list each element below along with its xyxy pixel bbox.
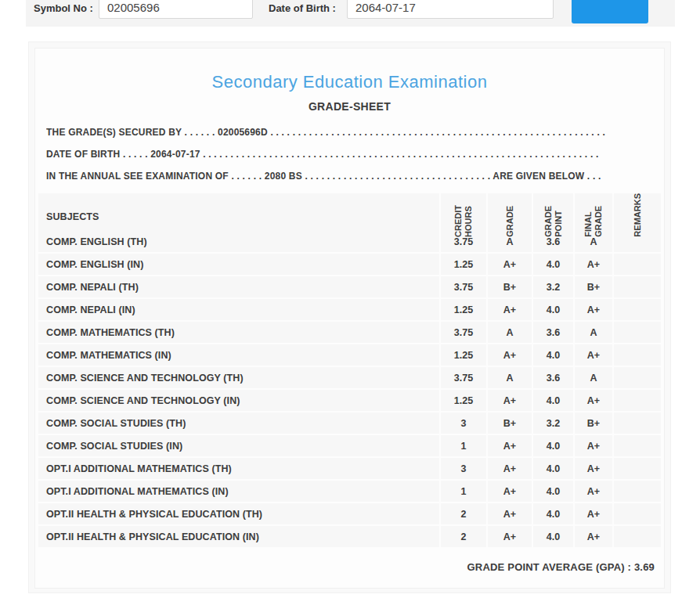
symbol-no-label: Symbol No : bbox=[34, 2, 93, 14]
table-row: COMP. SOCIAL STUDIES (TH) 3 B+ 3.2 B+ bbox=[38, 412, 661, 434]
grade-point-cell: 4.0 bbox=[533, 458, 573, 479]
subject-cell: COMP. ENGLISH (IN) bbox=[38, 254, 439, 275]
remarks-cell bbox=[614, 503, 661, 524]
table-body: COMP. ENGLISH (TH) 3.75 A 3.6 A COMP. EN… bbox=[38, 231, 661, 547]
table-row: COMP. ENGLISH (TH) 3.75 A 3.6 A bbox=[38, 231, 661, 252]
final-grade-cell: A+ bbox=[575, 254, 612, 275]
credit-hours-cell: 2 bbox=[441, 503, 486, 524]
candidate-info: THE GRADE(S) SECURED BY . . . . . . 0200… bbox=[46, 127, 664, 182]
grade-point-cell: 3.6 bbox=[533, 367, 573, 388]
credit-hours-cell: 2 bbox=[441, 526, 486, 547]
grade-cell: B+ bbox=[488, 276, 532, 297]
remarks-cell bbox=[614, 276, 661, 297]
subject-cell: COMP. NEPALI (TH) bbox=[38, 276, 439, 297]
credit-hours-cell: 1 bbox=[441, 481, 486, 502]
remarks-cell bbox=[614, 299, 661, 320]
subject-cell: COMP. SOCIAL STUDIES (IN) bbox=[38, 435, 439, 456]
grade-cell: A+ bbox=[488, 435, 532, 456]
grade-cell: A+ bbox=[488, 481, 532, 502]
grade-cell: A+ bbox=[488, 526, 532, 547]
grade-cell: A+ bbox=[488, 503, 532, 524]
grade-cell: A bbox=[488, 322, 532, 343]
table-row: OPT.I ADDITIONAL MATHEMATICS (TH) 3 A+ 4… bbox=[38, 458, 661, 479]
credit-hours-cell: 1.25 bbox=[441, 299, 486, 320]
subject-cell: COMP. SOCIAL STUDIES (TH) bbox=[38, 412, 439, 434]
grade-point-cell: 4.0 bbox=[533, 254, 573, 275]
grade-cell: A+ bbox=[488, 254, 532, 275]
subject-cell: OPT.II HEALTH & PHYSICAL EDUCATION (TH) bbox=[38, 503, 439, 524]
remarks-cell bbox=[614, 481, 661, 502]
grade-point-cell: 3.6 bbox=[533, 322, 573, 343]
final-grade-cell: A+ bbox=[575, 299, 612, 320]
grades-secured-by-line: THE GRADE(S) SECURED BY . . . . . . 0200… bbox=[46, 127, 607, 139]
credit-hours-cell: 1 bbox=[441, 435, 486, 456]
remarks-cell bbox=[614, 390, 661, 411]
table-row: COMP. SCIENCE AND TECHNOLOGY (TH) 3.75 A… bbox=[38, 367, 661, 388]
subject-cell: COMP. ENGLISH (TH) bbox=[38, 231, 439, 252]
final-grade-cell: B+ bbox=[575, 412, 612, 434]
table-row: COMP. ENGLISH (IN) 1.25 A+ 4.0 A+ bbox=[38, 254, 661, 275]
grade-cell: A+ bbox=[488, 390, 532, 411]
table-header-row: SUBJECTS CREDIT HOURS GRADE GRADE POINT … bbox=[38, 193, 661, 229]
subject-cell: COMP. NEPALI (IN) bbox=[38, 299, 439, 320]
remarks-cell bbox=[614, 526, 661, 547]
remarks-cell bbox=[614, 322, 661, 343]
remarks-cell bbox=[614, 435, 661, 456]
final-grade-cell: B+ bbox=[575, 276, 612, 297]
table-row: COMP. NEPALI (IN) 1.25 A+ 4.0 A+ bbox=[38, 299, 661, 320]
final-grade-cell: A+ bbox=[575, 458, 612, 479]
remarks-cell bbox=[614, 344, 661, 366]
page-title: Secondary Education Examination bbox=[35, 72, 664, 92]
grade-point-cell: 4.0 bbox=[533, 503, 573, 524]
grade-cell: A bbox=[488, 367, 532, 388]
table-row: COMP. NEPALI (TH) 3.75 B+ 3.2 B+ bbox=[38, 276, 661, 297]
grades-table: SUBJECTS CREDIT HOURS GRADE GRADE POINT … bbox=[38, 193, 661, 547]
final-grade-cell: A+ bbox=[575, 503, 612, 524]
subject-cell: OPT.I ADDITIONAL MATHEMATICS (IN) bbox=[38, 481, 439, 502]
table-row: OPT.I ADDITIONAL MATHEMATICS (IN) 1 A+ 4… bbox=[38, 481, 661, 502]
grade-sheet-card: Secondary Education Examination GRADE-SH… bbox=[34, 48, 665, 589]
examination-year-line: IN THE ANNUAL SEE EXAMINATION OF . . . .… bbox=[46, 171, 607, 182]
grade-point-cell: 4.0 bbox=[533, 435, 573, 456]
credit-hours-cell: 1.25 bbox=[441, 390, 486, 411]
final-grade-cell: A+ bbox=[575, 390, 612, 411]
result-panel: Secondary Education Examination GRADE-SH… bbox=[28, 41, 671, 593]
gpa-summary: GRADE POINT AVERAGE (GPA) : 3.69 bbox=[35, 561, 655, 573]
grade-point-cell: 3.2 bbox=[533, 276, 573, 297]
table-row: OPT.II HEALTH & PHYSICAL EDUCATION (TH) … bbox=[38, 503, 661, 524]
symbol-no-input[interactable] bbox=[99, 0, 253, 19]
table-row: COMP. SCIENCE AND TECHNOLOGY (IN) 1.25 A… bbox=[38, 390, 661, 411]
table-row: OPT.II HEALTH & PHYSICAL EDUCATION (IN) … bbox=[38, 526, 661, 547]
subject-cell: COMP. MATHEMATICS (IN) bbox=[38, 344, 439, 366]
subject-cell: COMP. SCIENCE AND TECHNOLOGY (TH) bbox=[38, 367, 439, 388]
grade-point-cell: 4.0 bbox=[533, 390, 573, 411]
table-row: COMP. MATHEMATICS (IN) 1.25 A+ 4.0 A+ bbox=[38, 344, 661, 366]
date-of-birth-line: DATE OF BIRTH . . . . . 2064-07-17 . . .… bbox=[46, 149, 607, 160]
grade-cell: A+ bbox=[488, 299, 532, 320]
grade-cell: A+ bbox=[488, 458, 532, 479]
remarks-cell bbox=[614, 458, 661, 479]
grade-point-cell: 4.0 bbox=[533, 481, 573, 502]
date-of-birth-label: Date of Birth : bbox=[269, 2, 336, 14]
remarks-cell bbox=[614, 254, 661, 275]
search-form: Symbol No : Date of Birth : Search Resul… bbox=[26, 0, 675, 27]
subject-cell: COMP. SCIENCE AND TECHNOLOGY (IN) bbox=[38, 390, 439, 411]
final-grade-cell: A+ bbox=[575, 481, 612, 502]
grade-cell: B+ bbox=[488, 412, 532, 434]
credit-hours-cell: 3.75 bbox=[441, 276, 486, 297]
credit-hours-cell: 1.25 bbox=[441, 254, 486, 275]
grade-point-cell: 3.2 bbox=[533, 412, 573, 434]
table-row: COMP. MATHEMATICS (TH) 3.75 A 3.6 A bbox=[38, 322, 661, 343]
date-of-birth-input[interactable] bbox=[347, 0, 554, 19]
credit-hours-cell: 3.75 bbox=[441, 322, 486, 343]
credit-hours-cell: 3 bbox=[441, 458, 486, 479]
final-grade-cell: A+ bbox=[575, 526, 612, 547]
search-result-button[interactable]: Search Result bbox=[572, 0, 648, 23]
final-grade-cell: A bbox=[575, 367, 612, 388]
subject-cell: COMP. MATHEMATICS (TH) bbox=[38, 322, 439, 343]
remarks-cell bbox=[614, 412, 661, 434]
credit-hours-cell: 1.25 bbox=[441, 344, 486, 366]
final-grade-cell: A bbox=[575, 322, 612, 343]
table-row: COMP. SOCIAL STUDIES (IN) 1 A+ 4.0 A+ bbox=[38, 435, 661, 456]
grade-point-cell: 4.0 bbox=[533, 344, 573, 366]
